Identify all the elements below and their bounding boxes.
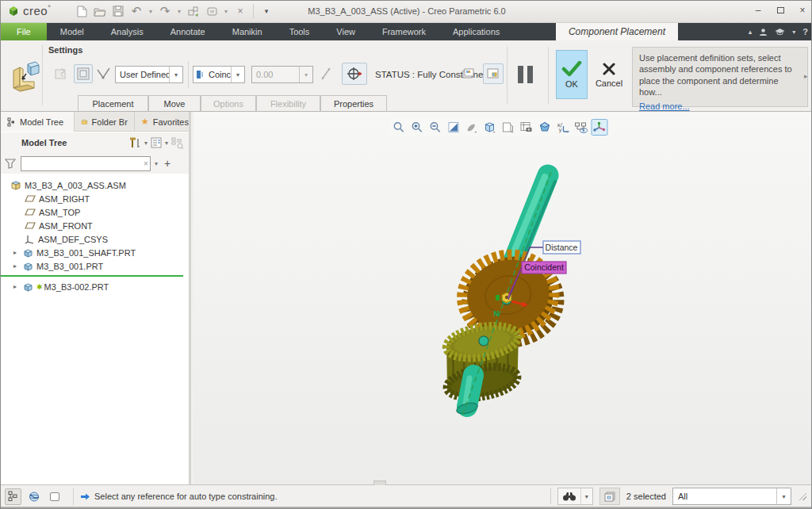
tab-properties[interactable]: Properties	[320, 95, 387, 112]
tree-item-assembly[interactable]: M3_B3_A_003_ASS.ASM	[10, 178, 126, 192]
toggle-fullscreen-icon[interactable]	[46, 488, 63, 505]
tree-filters-icon[interactable]	[129, 137, 141, 149]
navigator-panel: Model Tree Folder Br ★ Favorites Model T…	[1, 112, 191, 484]
tree-item-placing-part[interactable]: ▸ ✱ M3_B3-002.PRT	[13, 280, 109, 293]
close-button[interactable]: ×	[797, 5, 808, 16]
datum-pick-icon[interactable]	[94, 64, 113, 83]
coincident-constraint-label[interactable]: Coincident	[522, 262, 566, 274]
learning-center-icon[interactable]	[775, 28, 785, 36]
read-more-link[interactable]: Read more...	[639, 101, 690, 112]
expander-icon[interactable]: ▸	[13, 249, 20, 256]
ribbon-tab-file[interactable]: File	[1, 23, 47, 40]
ribbon-tab-view[interactable]: View	[323, 23, 369, 40]
component-placement-dashboard: Settings User Defined ▾ Coinc ▾ 0.00 ▾	[1, 40, 812, 112]
undo-dropdown-icon[interactable]: ▾	[147, 8, 155, 15]
selection-buffer-icon[interactable]	[599, 488, 620, 505]
model-tree: M3_B3_A_003_ASS.ASM ASM_RIGHT ASM_TOP AS…	[1, 177, 189, 484]
expander-icon[interactable]: ▸	[13, 283, 20, 290]
tree-item-asm-top[interactable]: ASM_TOP	[25, 205, 80, 219]
cancel-button[interactable]: Cancel	[591, 50, 627, 99]
ribbon-tab-manikin[interactable]: Manikin	[219, 23, 276, 40]
tab-folder-browser[interactable]: Folder Br	[75, 112, 135, 132]
constraint-type-dropdown[interactable]: Coinc ▾	[193, 66, 245, 83]
minimize-ribbon-icon[interactable]: ▴	[749, 28, 753, 36]
tree-columns-icon[interactable]	[151, 137, 162, 148]
constraint-edit-icon[interactable]	[52, 64, 71, 83]
constraint-set-dropdown[interactable]: User Defined ▾	[115, 66, 183, 83]
3d-model-view[interactable]: N Distance Coincident	[193, 112, 812, 484]
offset-value: 0.00	[252, 70, 299, 79]
selection-filter-caret-icon[interactable]: ▾	[776, 488, 791, 504]
tree-search-box[interactable]: ×	[21, 156, 151, 171]
show-in-separate-window-icon[interactable]	[461, 65, 478, 82]
find-button[interactable]: ▾	[557, 488, 593, 505]
flip-constraint-icon[interactable]	[316, 64, 335, 83]
toggle-navigator-icon[interactable]	[5, 488, 21, 505]
tree-columns-caret-icon[interactable]: ▾	[165, 140, 168, 147]
tab-move[interactable]: Move	[148, 95, 201, 112]
filter-funnel-icon[interactable]	[5, 159, 16, 169]
resize-grip[interactable]	[799, 493, 806, 500]
tree-item-shaft-part[interactable]: ▸ M3_B3_001_SHAFT.PRT	[13, 246, 136, 259]
check-icon	[561, 61, 582, 77]
csys-icon	[25, 235, 35, 244]
coincident-type-icon	[196, 70, 207, 79]
ribbon-tab-model[interactable]: Model	[47, 23, 98, 40]
constraint-type-caret-icon[interactable]: ▾	[231, 67, 244, 82]
creo-logo: creo°	[7, 4, 51, 17]
ribbon-tab-framework[interactable]: Framework	[369, 23, 439, 40]
component-placement-icon	[10, 61, 40, 96]
learning-dropdown-icon[interactable]: ▾	[792, 29, 795, 36]
tree-item-asm-def-csys[interactable]: ASM_DEF_CSYS	[25, 232, 108, 246]
help-icon[interactable]: ?	[802, 27, 808, 36]
constraint-set-caret-icon[interactable]: ▾	[169, 67, 182, 82]
insert-here-indicator[interactable]	[1, 275, 183, 277]
tree-filters-caret-icon[interactable]: ▾	[144, 140, 147, 147]
folder-browser-icon	[81, 117, 88, 127]
undo-icon[interactable]: ↶	[128, 3, 144, 19]
creo-logo-icon	[7, 5, 20, 17]
tree-item-gear-part[interactable]: ▸ M3_B3_001.PRT	[13, 259, 103, 273]
ribbon-tab-applications[interactable]: Applications	[439, 23, 513, 40]
ribbon-tab-analysis[interactable]: Analysis	[98, 23, 157, 40]
ribbon-tab-annotate[interactable]: Annotate	[157, 23, 219, 40]
search-options-caret-icon[interactable]: ▾	[155, 160, 158, 167]
minimize-button[interactable]: –	[753, 5, 764, 16]
constraint-set-value: User Defined	[116, 70, 169, 79]
tab-favorites[interactable]: ★ Favorites	[135, 112, 189, 132]
tree-search-icon[interactable]	[171, 137, 184, 149]
x-icon	[602, 62, 616, 76]
gear-helical-olive[interactable]	[438, 321, 528, 403]
help-expand-icon[interactable]: ▸	[804, 72, 808, 80]
3d-dragger-toggle-icon[interactable]	[342, 63, 367, 85]
selection-filter-dropdown[interactable]: All ▾	[672, 488, 791, 505]
save-icon[interactable]	[110, 3, 126, 19]
add-filter-icon[interactable]: +	[164, 157, 170, 170]
tree-search-input[interactable]	[21, 158, 140, 170]
placement-constraints-icon[interactable]	[74, 64, 93, 83]
tab-placement[interactable]: Placement	[78, 95, 148, 112]
maximize-button[interactable]	[775, 5, 786, 16]
part-icon	[23, 282, 33, 292]
open-file-icon[interactable]	[92, 3, 108, 19]
message-log-sash[interactable]	[373, 480, 386, 485]
tree-item-asm-front[interactable]: ASM_FRONT	[25, 219, 93, 232]
pause-button[interactable]	[513, 61, 537, 88]
toggle-browser-icon[interactable]	[25, 488, 42, 505]
tree-item-asm-right[interactable]: ASM_RIGHT	[25, 192, 90, 205]
show-in-main-window-icon[interactable]	[483, 63, 504, 84]
clear-search-icon[interactable]: ×	[140, 159, 151, 168]
ribbon-tab-tools[interactable]: Tools	[276, 23, 324, 40]
ok-button[interactable]: OK	[556, 50, 588, 99]
graphics-area[interactable]: x/y	[193, 112, 812, 484]
tab-options: Options	[201, 95, 256, 112]
new-file-icon[interactable]	[74, 3, 90, 19]
find-caret-icon[interactable]: ▾	[580, 488, 592, 504]
distance-constraint-label[interactable]: Distance	[543, 241, 580, 254]
tab-model-tree[interactable]: Model Tree	[1, 112, 75, 132]
ok-label: OK	[565, 79, 578, 89]
expander-icon[interactable]: ▸	[13, 262, 20, 270]
tab-component-placement[interactable]: Component Placement	[556, 23, 678, 40]
user-account-icon[interactable]	[759, 28, 768, 36]
ribbon-tab-bar: File Model Analysis Annotate Manikin Too…	[1, 23, 812, 40]
